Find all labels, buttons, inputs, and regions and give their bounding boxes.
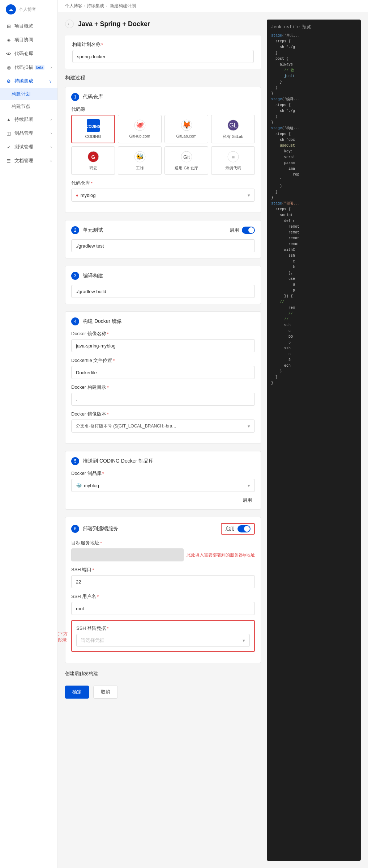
step-6-enable-label: 启用 [225,526,235,532]
step-6-toggle[interactable] [238,525,251,532]
sidebar-item-project-collab[interactable]: ◈ 项目协同 [0,33,57,47]
sidebar-item-code-repo[interactable]: </> 代码仓库 [0,47,57,60]
chevron-right-icon: › [51,159,52,163]
step-5-header: 5 推送到 CODING Docker 制品库 [71,457,255,465]
target-addr-input[interactable] [71,548,184,561]
step-1-title: 代码仓库 [83,94,103,100]
sidebar-item-project-overview[interactable]: ⊞ 项目概览 [0,19,57,33]
source-item-codeyun[interactable]: G 码云 [71,146,115,175]
breadcrumb-ci[interactable]: 持续集成 [87,3,104,9]
sidebar-item-code-scan[interactable]: ◎ 代码扫描 beta › [0,60,57,74]
chevron-down-icon: ▾ [248,424,250,429]
source-label-example-code: 示例代码 [225,165,241,171]
collab-icon: ◈ [6,37,12,43]
sidebar-item-ci[interactable]: ⚙ 持续集成 ∨ [0,74,57,88]
cancel-button[interactable]: 取消 [93,686,118,699]
ssh-user-group: SSH 用户名 * [71,593,255,615]
sidebar-item-doc-mgmt[interactable]: ☰ 文档管理 › [0,154,57,168]
jenkinsfile-preview: Jenkinsfile 预览 stage('单元... steps { sh "… [267,20,361,861]
page-title-bar: ← Java + Spring + Docker [65,20,261,28]
source-item-coding[interactable]: CODING CODING [71,115,115,143]
breadcrumb-sep-2: › [106,4,107,9]
plan-name-section: 构建计划名称 * [65,35,261,69]
sidebar-item-test-mgmt[interactable]: ✓ 测试管理 › [0,140,57,154]
svg-text:Git: Git [183,154,190,160]
sidebar-item-continuous-deploy[interactable]: ▲ 持续部署 › [0,113,57,126]
step-2-enable-area: 启用 [230,227,255,234]
chevron-down-icon: ▾ [243,638,245,643]
ssh-cred-dropdown-btn[interactable]: 请选择凭据 ▾ [76,634,250,647]
sidebar-item-artifact-mgmt[interactable]: ◫ 制品管理 › [0,126,57,140]
sidebar-sub-item-build-node[interactable]: 构建节点 [0,100,57,113]
content-area: ← Java + Spring + Docker 构建计划名称 * 构建过程 1… [58,12,368,868]
unit-test-command-input[interactable] [71,239,255,252]
step-4-title: 构建 Docker 镜像 [83,318,122,325]
ssh-cred-placeholder: 请选择凭据 [81,637,104,644]
source-item-tools[interactable]: 🐝 工蜂 [118,146,162,175]
repo-dropdown-btn[interactable]: ♦ myblog ▾ [71,189,255,202]
chevron-right-icon: › [51,66,52,69]
breadcrumb-personal-blog[interactable]: 个人博客 [65,3,82,9]
sidebar-sub-item-build-plan[interactable]: 构建计划 [0,88,57,100]
image-name-group: Docker 镜像名称 * [71,330,255,352]
step-3-header: 3 编译构建 [71,272,255,280]
image-name-label: Docker 镜像名称 * [71,330,255,337]
plan-name-input[interactable] [72,50,254,63]
artifact-docker-icon: 🐳 [76,483,82,488]
build-dir-input[interactable] [71,393,255,406]
step-2-toggle[interactable] [242,227,255,234]
ssh-cred-dropdown[interactable]: 请选择凭据 ▾ [76,634,250,647]
sidebar-sub-item-label: 构建计划 [12,91,30,97]
dockerfile-input[interactable] [71,366,255,379]
repo-icon: ♦ [76,193,78,198]
trigger-label: 创建后触发构建 [65,670,261,677]
source-item-example-code[interactable]: ≡ 示例代码 [211,146,255,175]
back-button[interactable]: ← [65,20,74,28]
grid-icon: ⊞ [6,23,12,29]
test-icon: ✓ [6,144,12,150]
confirm-button[interactable]: 确定 [65,686,89,699]
version-dropdown-btn[interactable]: 分支名-修订版本号 (${GIT_LOCAL_BRANCH:-branch}-$… [71,420,255,433]
version-dropdown[interactable]: 分支名-修订版本号 (${GIT_LOCAL_BRANCH:-branch}-$… [71,420,255,433]
sidebar-item-label: 代码扫描 [14,64,33,71]
build-command-input[interactable] [71,285,255,298]
chevron-right-icon: › [51,118,52,122]
ssh-port-input[interactable] [71,575,255,588]
beta-badge: beta [35,65,44,70]
personal-blog-label: 个人博客 [19,7,36,13]
svg-text:G: G [91,154,95,160]
repo-dropdown[interactable]: ♦ myblog ▾ [71,189,255,202]
artifact-icon: ◫ [6,130,12,136]
preview-code: stage('单元... steps { sh "./g } post { al… [271,33,356,386]
source-label-tools: 工蜂 [136,165,144,171]
repo-value: myblog [81,193,96,198]
source-item-github[interactable]: 🐙 GitHub.com [118,115,162,143]
step-6-title-row: 部署到远端服务 启用 [83,523,255,535]
ssh-user-input[interactable] [71,602,255,615]
step-1-num: 1 [71,93,79,101]
source-item-gitlab-com[interactable]: 🦊 GitLab.com [164,115,208,143]
svg-text:🦊: 🦊 [182,121,191,129]
deploy-icon: ▲ [6,117,12,122]
step-1-header: 1 代码仓库 [71,93,255,101]
target-addr-row: 此处填入需要部署到的服务器ip地址 [71,548,255,561]
sidebar-item-label: 持续部署 [14,116,33,123]
source-item-generic-git[interactable]: Git 通用 Git 仓库 [164,146,208,175]
source-label-gitlab-com: GitLab.com [176,134,196,138]
image-name-input[interactable] [71,339,255,352]
preview-title: Jenkinsfile 预览 [271,24,356,30]
breadcrumb-sep-1: › [84,4,85,9]
source-item-private-gitlab[interactable]: GL 私有 GitLab [211,115,255,143]
step-6-title: 部署到远端服务 [83,526,118,532]
ssh-port-label: SSH 端口 * [71,566,255,573]
target-addr-group: 目标服务地址 * 此处填入需要部署到的服务器ip地址 [71,540,255,561]
step-5-enable-label: 启用 [243,497,252,503]
version-label: Docker 镜像版本 * [71,411,255,417]
ssh-cred-label: SSH 登陆凭据 * [76,625,250,632]
artifact-dropdown[interactable]: 🐳 myblog ▾ [71,479,255,492]
step-5-artifact: 5 推送到 CODING Docker 制品库 Docker 制品库 * 🐳 m… [65,451,261,510]
github-icon: 🐙 [133,119,146,132]
build-dir-group: Docker 构建目录 * [71,384,255,406]
step-6-deploy: 6 部署到远端服务 启用 目标服务地址 * [65,517,261,663]
artifact-dropdown-btn[interactable]: 🐳 myblog ▾ [71,479,255,492]
